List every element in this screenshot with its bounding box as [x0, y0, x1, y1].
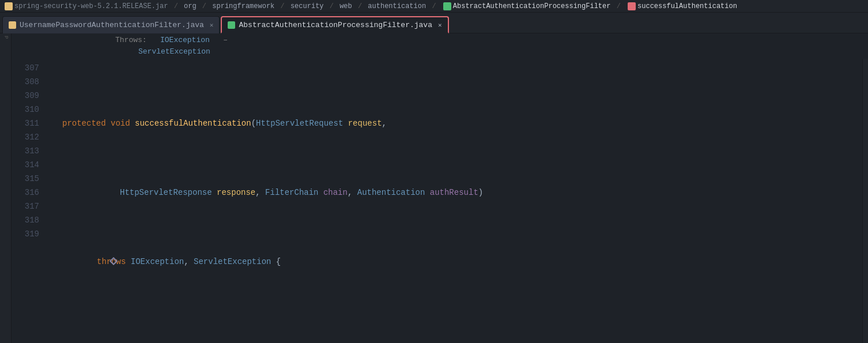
code-line-307: protected void successfulAuthentication(… [51, 116, 862, 130]
tab-icon-usernamepassword [9, 21, 16, 29]
kw-void: void [111, 116, 135, 130]
param-chain: chain [323, 186, 348, 199]
code-lines: protected void successfulAuthentication(… [46, 59, 862, 343]
bc-authentication: authentication [368, 2, 426, 10]
space-308a [212, 186, 217, 199]
ln-313: 313 [12, 144, 39, 158]
throws-label: Throws: [115, 36, 147, 44]
bc-web: web [339, 2, 352, 10]
tab-usernamepassword[interactable]: UsernamePasswordAuthenticationFilter.jav… [2, 16, 220, 33]
tabs-bar: UsernamePasswordAuthenticationFilter.jav… [0, 13, 868, 33]
comma-309: , [184, 255, 194, 269]
project-label: P [3, 36, 9, 39]
paren-close-308: ) [478, 186, 483, 199]
tab-abstractauth[interactable]: AbstractAuthenticationProcessingFilter.j… [221, 16, 448, 33]
tab-icon-abstractauth [228, 21, 235, 29]
bc-class: AbstractAuthenticationProcessingFilter [453, 2, 611, 10]
bc-method: successfulAuthentication [637, 2, 737, 10]
comma-308b: , [348, 186, 357, 199]
comma-308a: , [255, 186, 265, 199]
type-IOException: IOException [131, 255, 184, 269]
throws-header: Throws: IOException – ServletException [12, 33, 868, 59]
tab-label-usernamepassword: UsernamePasswordAuthenticationFilter.jav… [20, 21, 204, 29]
code-line-308: HttpServletResponse response, FilterChai… [51, 186, 862, 199]
bc-jar: spring-security-web-5.2.1.RELEASE.jar [14, 2, 168, 10]
editor-area: P Throws: IOException – ServletException… [0, 33, 868, 343]
code-editor: 307 308 309 310 311 312 313 314 315 316 … [12, 59, 868, 343]
throws-ex1: IOException [160, 36, 210, 44]
ln-319: 319 [12, 227, 39, 241]
bp-309 [51, 241, 62, 282]
kw-protected: protected [62, 116, 111, 130]
param-response: response [217, 186, 255, 199]
comma-307: , [382, 116, 387, 130]
type-ServletException: ServletException [194, 255, 271, 269]
tab-close-usernamepassword[interactable]: ✕ [210, 21, 214, 29]
space-307 [343, 116, 348, 130]
bc-security: security [290, 2, 324, 10]
ln-307: 307 [12, 61, 39, 75]
ln-309: 309 [12, 89, 39, 103]
tab-label-abstractauth: AbstractAuthenticationProcessingFilter.j… [239, 21, 432, 29]
bc-class-icon [443, 2, 451, 10]
ln-318: 318 [12, 213, 39, 227]
type-HttpServletRequest: HttpServletRequest [256, 116, 343, 130]
editor-body: Throws: IOException – ServletException 3… [12, 33, 868, 343]
throws-dash: – [223, 36, 228, 44]
ln-314: 314 [12, 158, 39, 172]
ln-308: 308 [12, 75, 39, 89]
breadcrumb: spring-security-web-5.2.1.RELEASE.jar / … [0, 0, 868, 13]
ln-317: 317 [12, 199, 39, 213]
type-FilterChain: FilterChain [265, 186, 318, 199]
bc-sep1: / [169, 2, 182, 10]
left-panel: P [0, 33, 12, 343]
tab-close-abstractauth[interactable]: ✕ [438, 21, 442, 29]
space-308c [425, 186, 429, 199]
method-successfulAuth: successfulAuthentication [135, 116, 251, 130]
paren-open-307: ( [251, 116, 256, 130]
space-308b [319, 186, 323, 199]
ln-310: 310 [12, 103, 39, 116]
type-Authentication: Authentication [357, 186, 425, 199]
bc-org: org [184, 2, 197, 10]
param-authResult: authResult [430, 186, 478, 199]
bc-springframework: springframework [212, 2, 274, 10]
bc-method-icon [628, 2, 636, 10]
ln-315: 315 [12, 172, 39, 186]
ln-316: 316 [12, 186, 39, 199]
type-HttpServletResponse: HttpServletResponse [120, 186, 212, 199]
code-line-309: throws IOException, ServletException { [51, 255, 862, 269]
brace-open-309: { [271, 255, 281, 269]
ln-311: 311 [12, 116, 39, 130]
jar-icon [5, 2, 13, 10]
line-numbers: 307 308 309 310 311 312 313 314 315 316 … [12, 59, 46, 343]
code-line-310 [51, 324, 862, 338]
vertical-scrollbar[interactable] [862, 59, 868, 343]
throws-ex2: ServletException [115, 47, 210, 56]
ln-312: 312 [12, 130, 39, 144]
param-request: request [348, 116, 382, 130]
